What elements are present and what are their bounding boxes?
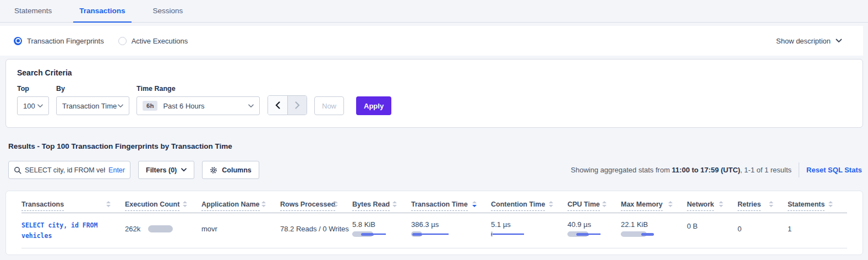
- sort-icon[interactable]: [602, 201, 607, 207]
- cell-retries: 0: [738, 213, 788, 248]
- table-header-row: Transactions Execution Count Application…: [21, 191, 847, 213]
- sort-icon[interactable]: [392, 201, 397, 207]
- search-criteria-card: Search Criteria Top 100 By Transaction T…: [6, 59, 863, 128]
- tab-label: Transactions: [79, 7, 125, 15]
- sort-icon[interactable]: [668, 201, 673, 207]
- column-header-max-memory[interactable]: Max Memory: [621, 191, 687, 213]
- search-criteria-title: Search Criteria: [17, 68, 851, 77]
- filters-button[interactable]: Filters (0): [138, 161, 194, 179]
- statements-value: 1: [788, 225, 791, 233]
- cpu-time-value: 40.9 µs: [567, 220, 621, 229]
- column-header-retries[interactable]: Retries: [738, 191, 788, 213]
- column-header-transaction-time[interactable]: Transaction Time: [411, 191, 491, 213]
- sort-icon[interactable]: [183, 201, 187, 207]
- column-header-cpu-time[interactable]: CPU Time: [567, 191, 621, 213]
- cell-bytes-read: 5.8 KiB: [352, 213, 411, 248]
- time-range-select[interactable]: 6h Past 6 Hours: [137, 96, 260, 115]
- by-select[interactable]: Transaction Time: [56, 96, 129, 115]
- tab-transactions[interactable]: Transactions: [73, 0, 131, 23]
- max-memory-value: 22.1 KiB: [621, 220, 687, 229]
- stats-suffix: , 1-1 of 1 results: [740, 166, 791, 174]
- execution-count-value: 262k: [125, 225, 140, 233]
- show-description-label: Show description: [776, 37, 831, 45]
- cell-network: 0 B: [687, 213, 738, 248]
- sort-icon[interactable]: [334, 201, 338, 207]
- sort-icon[interactable]: [106, 201, 111, 207]
- search-enter-hint[interactable]: Enter: [108, 166, 125, 174]
- transactions-table: Transactions Execution Count Application…: [21, 191, 847, 248]
- transaction-fingerprint-link[interactable]: SELECT city, id FROM vehicles: [21, 220, 105, 241]
- show-description-toggle[interactable]: Show description: [776, 37, 842, 45]
- table-row: SELECT city, id FROM vehicles 262k movr …: [21, 213, 847, 248]
- cell-application-name: movr: [201, 213, 280, 248]
- chevron-right-icon: [295, 101, 300, 109]
- search-box[interactable]: Enter: [8, 161, 130, 179]
- column-label: Contention Time: [491, 201, 545, 211]
- rows-processed-value: 78.2 Reads / 0 Writes: [280, 225, 349, 233]
- radio-transaction-fingerprints[interactable]: Transaction Fingerprints: [14, 37, 104, 45]
- sort-icon[interactable]: [719, 201, 723, 207]
- column-label: Application Name: [201, 201, 260, 211]
- top-label: Top: [17, 85, 49, 93]
- cell-statements: 1: [788, 213, 847, 248]
- columns-label: Columns: [222, 166, 251, 174]
- column-header-application-name[interactable]: Application Name: [201, 191, 280, 213]
- column-header-transactions[interactable]: Transactions: [21, 191, 125, 213]
- cell-rows-processed: 78.2 Reads / 0 Writes: [280, 213, 352, 248]
- column-header-network[interactable]: Network: [687, 191, 738, 213]
- column-header-execution-count[interactable]: Execution Count: [125, 191, 201, 213]
- tab-sessions[interactable]: Sessions: [147, 0, 189, 23]
- column-header-bytes-read[interactable]: Bytes Read: [352, 191, 411, 213]
- apply-label: Apply: [364, 102, 384, 110]
- time-range-nav: [268, 95, 307, 115]
- by-field: By Transaction Time: [56, 85, 129, 115]
- sort-icon[interactable]: [261, 201, 266, 207]
- top-value: 100: [23, 102, 35, 110]
- column-header-rows-processed[interactable]: Rows Processed: [280, 191, 352, 213]
- columns-button[interactable]: Columns: [202, 161, 259, 179]
- contention-time-bar: [491, 231, 531, 237]
- chevron-down-icon: [248, 104, 254, 108]
- sort-icon[interactable]: [769, 201, 773, 207]
- now-button[interactable]: Now: [314, 96, 344, 115]
- column-label: Transaction Time: [411, 201, 468, 211]
- cpu-time-bar: [567, 231, 607, 237]
- apply-button[interactable]: Apply: [356, 96, 391, 115]
- cell-transaction: SELECT city, id FROM vehicles: [21, 213, 125, 248]
- radio-label: Active Executions: [132, 37, 188, 45]
- results-table-card: Transactions Execution Count Application…: [6, 191, 863, 255]
- chevron-down-icon: [181, 168, 187, 172]
- previous-time-range-button[interactable]: [268, 96, 287, 115]
- sort-icon[interactable]: [828, 201, 833, 207]
- next-time-range-button[interactable]: [287, 96, 307, 115]
- sort-icon[interactable]: [472, 201, 477, 207]
- cell-transaction-time: 386.3 µs: [411, 213, 491, 248]
- chevron-down-icon: [836, 39, 842, 43]
- network-value: 0 B: [687, 222, 698, 230]
- column-header-statements[interactable]: Statements: [788, 191, 847, 213]
- search-input[interactable]: [25, 166, 105, 174]
- radio-active-executions[interactable]: Active Executions: [118, 37, 188, 45]
- sort-icon[interactable]: [549, 201, 553, 207]
- reset-sql-stats-link[interactable]: Reset SQL Stats: [806, 166, 862, 174]
- view-toggle-bar: Transaction Fingerprints Active Executio…: [0, 26, 863, 56]
- transaction-time-bar: [411, 231, 451, 237]
- tab-statements[interactable]: Statements: [8, 0, 58, 23]
- tab-label: Sessions: [153, 7, 183, 15]
- cell-cpu-time: 40.9 µs: [567, 213, 621, 248]
- top-field: Top 100: [17, 85, 49, 115]
- page-tabs: Statements Transactions Sessions: [0, 0, 868, 23]
- top-select[interactable]: 100: [17, 96, 49, 115]
- column-header-contention-time[interactable]: Contention Time: [491, 191, 567, 213]
- column-label: Execution Count: [125, 201, 179, 211]
- column-label: Statements: [788, 201, 825, 211]
- results-heading: Results - Top 100 Transaction Fingerprin…: [8, 142, 868, 150]
- column-label: Max Memory: [621, 201, 663, 211]
- column-label: Retries: [738, 201, 761, 211]
- by-value: Transaction Time: [62, 102, 117, 110]
- transaction-time-value: 386.3 µs: [411, 220, 491, 229]
- radio-icon: [14, 37, 22, 45]
- column-label: Network: [687, 201, 714, 211]
- chevron-down-icon: [37, 104, 43, 108]
- cell-max-memory: 22.1 KiB: [621, 213, 687, 248]
